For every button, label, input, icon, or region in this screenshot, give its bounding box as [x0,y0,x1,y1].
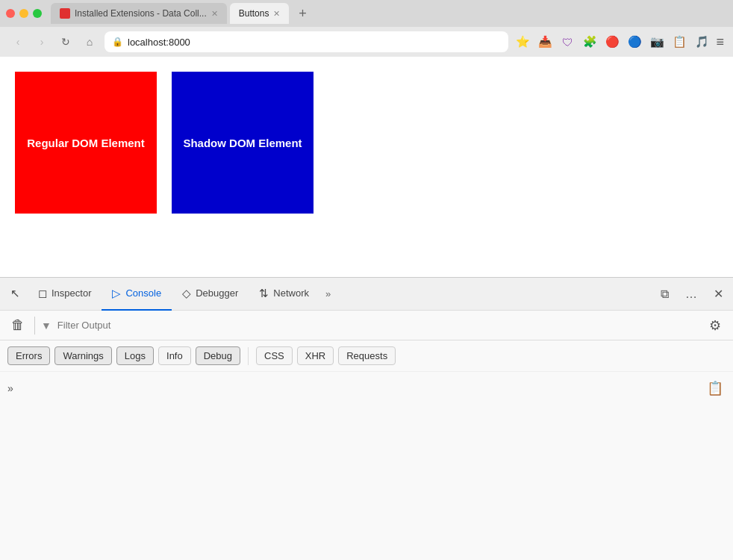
cursor-icon: ↖ [10,287,20,300]
ext5-icon[interactable]: 📋 [671,34,687,50]
console-filter-tabs: Errors Warnings Logs Info Debug CSS XHR … [0,340,733,372]
ext2-icon[interactable]: 🔴 [604,34,620,50]
xhr-filter-button[interactable]: XHR [297,346,334,365]
ext1-icon[interactable]: 🧩 [581,34,598,50]
errors-filter-button[interactable]: Errors [7,346,50,365]
filter-output-input[interactable] [57,315,699,336]
requests-filter-button[interactable]: Requests [338,346,396,365]
tab-close-button[interactable]: ✕ [211,9,218,19]
info-filter-button[interactable]: Info [158,346,191,365]
inspector-label: Inspector [52,287,91,299]
tab-buttons[interactable]: Buttons ✕ [230,3,290,24]
browser-chrome: Installed Extensions - Data Coll... ✕ Bu… [0,0,733,57]
shadow-dom-element-label: Shadow DOM Element [183,137,302,149]
browser-menu-button[interactable]: ≡ [716,34,724,50]
reload-button[interactable]: ↻ [57,33,75,51]
regular-dom-element-label: Regular DOM Element [27,137,145,149]
devtools-panel: ↖ ◻ Inspector ▷ Console ◇ Debugger ⇅ Net… [0,277,733,560]
traffic-lights [6,9,42,18]
warnings-filter-button[interactable]: Warnings [54,346,111,365]
tab-network[interactable]: ⇅ Network [249,278,319,311]
tab-debugger[interactable]: ◇ Debugger [172,278,249,311]
console-expand-button[interactable]: » [7,382,13,394]
devtools-overflow-button[interactable]: … [679,282,703,306]
tab-favicon [60,8,70,19]
address-bar: ‹ › ↻ ⌂ 🔒 localhost:8000 ⭐ 📥 🛡 🧩 🔴 🔵 📷 📋… [0,27,733,57]
logs-filter-button[interactable]: Logs [116,346,154,365]
tab-inspector[interactable]: ◻ Inspector [28,278,102,311]
back-button[interactable]: ‹ [9,33,27,51]
traffic-light-maximize[interactable] [33,9,42,18]
address-input[interactable]: 🔒 localhost:8000 [105,31,508,52]
ext3-icon[interactable]: 🔵 [626,34,643,50]
tab-console[interactable]: ▷ Console [102,278,172,311]
browser-toolbar-icons: ⭐ 📥 🛡 🧩 🔴 🔵 📷 📋 🎵 ≡ [514,34,724,50]
shield-icon[interactable]: 🛡 [559,34,576,50]
devtools-dock-button[interactable]: ⧉ [652,282,676,306]
shadow-dom-element: Shadow DOM Element [172,72,314,214]
console-icon: ▷ [112,287,121,300]
home-button[interactable]: ⌂ [81,33,99,51]
page-content: Regular DOM Element Shadow DOM Element [0,57,733,277]
ext4-icon[interactable]: 📷 [649,34,665,50]
traffic-light-minimize[interactable] [19,9,28,18]
tab-close-button[interactable]: ✕ [273,9,280,19]
ext6-icon[interactable]: 🎵 [693,34,710,50]
network-label: Network [273,287,309,299]
pocket-icon[interactable]: 📥 [537,34,553,50]
css-filter-button[interactable]: CSS [256,346,293,365]
console-sidebar-toggle[interactable]: 📋 [705,378,726,399]
devtools-action-buttons: ⧉ … ✕ [652,282,730,306]
console-settings-button[interactable]: ⚙ [705,315,726,336]
filter-separator [248,347,249,365]
network-icon: ⇅ [259,287,269,300]
tab-label: Buttons [239,8,269,19]
clear-console-button[interactable]: 🗑 [7,315,28,336]
filter-icon: ▼ [41,320,52,332]
tab-installed-extensions[interactable]: Installed Extensions - Data Coll... ✕ [51,3,227,24]
debugger-icon: ◇ [182,287,191,300]
traffic-light-close[interactable] [6,9,15,18]
console-toolbar: 🗑 ▼ ⚙ [0,311,733,340]
devtools-more-tabs-button[interactable]: » [319,278,337,311]
inspector-icon: ◻ [38,287,47,300]
toolbar-divider [34,317,35,335]
tab-bar: Installed Extensions - Data Coll... ✕ Bu… [0,0,733,27]
bookmark-icon[interactable]: ⭐ [514,34,531,50]
forward-button[interactable]: › [33,33,51,51]
new-tab-button[interactable]: + [292,3,313,24]
tab-label: Installed Extensions - Data Coll... [75,8,207,19]
console-label: Console [125,287,161,299]
debug-filter-button[interactable]: Debug [196,346,240,365]
regular-dom-element: Regular DOM Element [15,72,157,214]
devtools-close-button[interactable]: ✕ [706,282,730,306]
debugger-label: Debugger [196,287,238,299]
url-display: localhost:8000 [128,37,501,48]
console-body: » 📋 [0,372,733,405]
devtools-tab-bar: ↖ ◻ Inspector ▷ Console ◇ Debugger ⇅ Net… [0,278,733,311]
devtools-cursor-tab[interactable]: ↖ [3,278,28,311]
lock-icon: 🔒 [112,37,123,47]
